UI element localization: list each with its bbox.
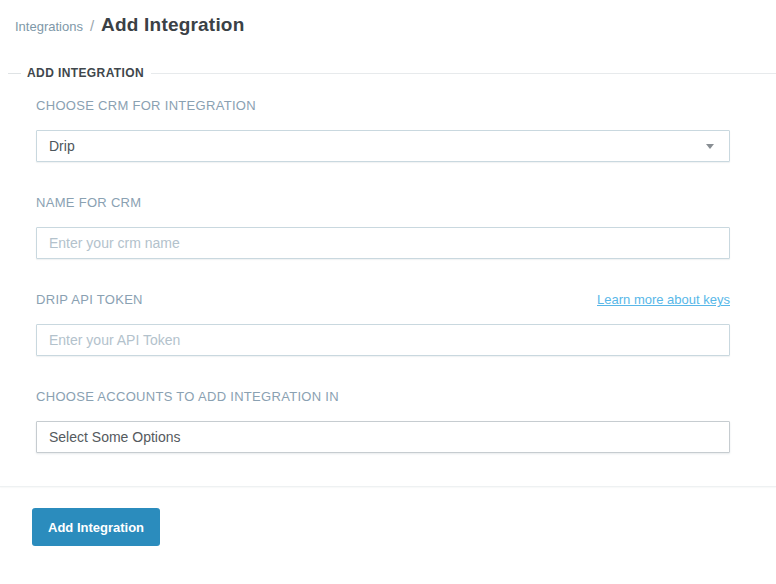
footer-divider xyxy=(0,486,776,487)
breadcrumb-link-integrations[interactable]: Integrations xyxy=(15,19,83,34)
api-token-group: DRIP API TOKEN Learn more about keys xyxy=(36,292,730,356)
page-title: Add Integration xyxy=(101,14,244,36)
learn-more-link[interactable]: Learn more about keys xyxy=(597,292,730,307)
section-legend-row: ADD INTEGRATION xyxy=(0,65,776,81)
crm-select-dropdown[interactable]: Drip xyxy=(36,130,730,162)
crm-name-label: NAME FOR CRM xyxy=(36,195,730,210)
legend-right-rule xyxy=(151,73,776,74)
accounts-multiselect-placeholder: Select Some Options xyxy=(49,429,181,445)
accounts-multiselect[interactable]: Select Some Options xyxy=(36,421,730,453)
add-integration-page: Integrations / Add Integration ADD INTEG… xyxy=(0,0,776,584)
crm-select-value: Drip xyxy=(49,138,75,154)
api-token-label: DRIP API TOKEN xyxy=(36,292,143,307)
crm-name-input[interactable] xyxy=(36,227,730,259)
crm-select-label: CHOOSE CRM FOR INTEGRATION xyxy=(36,98,730,113)
chevron-down-icon xyxy=(706,144,714,149)
add-integration-button[interactable]: Add Integration xyxy=(32,508,160,546)
breadcrumb-separator: / xyxy=(90,17,94,34)
legend-left-rule xyxy=(8,73,21,74)
crm-name-group: NAME FOR CRM xyxy=(36,195,730,259)
crm-select-group: CHOOSE CRM FOR INTEGRATION Drip xyxy=(36,98,730,162)
api-token-input[interactable] xyxy=(36,324,730,356)
api-token-label-row: DRIP API TOKEN Learn more about keys xyxy=(36,292,730,307)
accounts-label: CHOOSE ACCOUNTS TO ADD INTEGRATION IN xyxy=(36,389,730,404)
add-integration-form: CHOOSE CRM FOR INTEGRATION Drip NAME FOR… xyxy=(0,81,776,453)
section-legend: ADD INTEGRATION xyxy=(21,66,151,80)
breadcrumb: Integrations / Add Integration xyxy=(0,0,776,36)
accounts-group: CHOOSE ACCOUNTS TO ADD INTEGRATION IN Se… xyxy=(36,389,730,453)
